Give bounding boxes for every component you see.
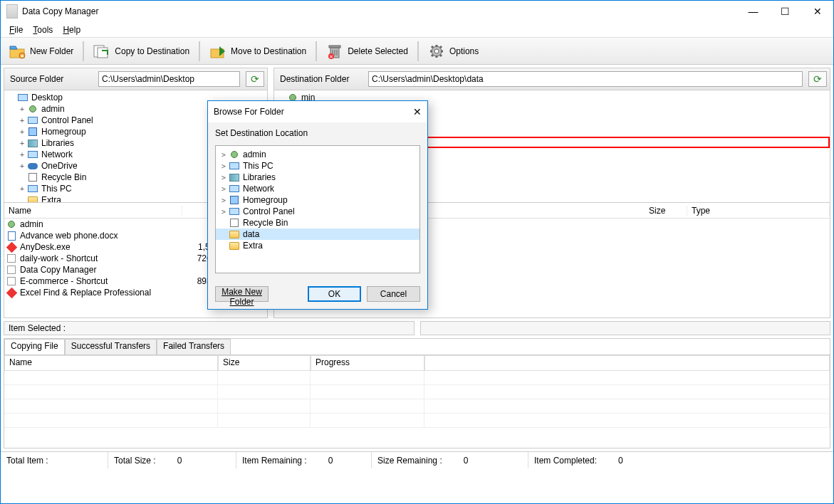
twisty-icon[interactable]: >: [219, 162, 229, 170]
menu-help[interactable]: Help: [63, 25, 80, 35]
new-folder-button[interactable]: ★ New Folder: [2, 40, 80, 63]
tree-item-label: data: [243, 229, 259, 239]
transfer-col-size[interactable]: Size: [218, 355, 311, 371]
dialog-tree[interactable]: >admin>This PC>Libraries>Network>Homegro…: [215, 145, 420, 273]
file-name: AnyDesk.exe: [20, 242, 184, 252]
twisty-icon[interactable]: +: [17, 117, 27, 125]
twisty-icon[interactable]: >: [219, 196, 229, 204]
make-new-folder-button[interactable]: Make New Folder: [215, 286, 269, 302]
tree-item-label: admin: [41, 104, 65, 114]
tree-item[interactable]: >Homegroup: [216, 194, 419, 206]
user-icon: [6, 219, 17, 229]
toolbar: ★ New Folder Copy to Destination Move to…: [1, 38, 833, 65]
footer-status: Total Item : Total Size :0 Item Remainin…: [1, 451, 833, 468]
delete-selected-button[interactable]: ✕ Delete Selected: [320, 40, 415, 63]
dialog-close-button[interactable]: ✕: [413, 106, 422, 117]
size-remaining-value: 0: [464, 456, 469, 466]
transfer-col-blank[interactable]: [424, 355, 830, 371]
twisty-icon[interactable]: +: [17, 151, 27, 159]
tree-item-label: Recycle Bin: [41, 172, 86, 182]
item-completed-label: Item Completed:: [534, 456, 597, 466]
folder-icon: [27, 195, 38, 203]
file-name: E-commerce - Shortcut: [20, 276, 184, 286]
folder-icon: [229, 229, 240, 239]
twisty-icon[interactable]: +: [17, 162, 27, 170]
twisty-icon[interactable]: >: [219, 208, 229, 216]
close-button[interactable]: ✕: [801, 1, 833, 22]
item-selected-status: Item Selected :: [4, 321, 415, 335]
twisty-icon[interactable]: +: [17, 105, 27, 113]
tree-item[interactable]: data: [216, 229, 419, 240]
tree-item-label: Libraries: [243, 172, 276, 182]
twisty-icon[interactable]: >: [219, 185, 229, 193]
twisty-icon[interactable]: >: [219, 174, 229, 182]
twisty-icon[interactable]: +: [17, 128, 27, 136]
file-name: Data Copy Manager: [20, 265, 184, 275]
monitor-icon: [229, 161, 240, 171]
home-icon: [27, 127, 38, 137]
ok-button[interactable]: OK: [308, 286, 361, 302]
maximize-button[interactable]: ☐: [769, 1, 801, 22]
svg-text:✕: ✕: [329, 54, 333, 59]
source-col-name[interactable]: Name: [4, 206, 182, 216]
tab-copying-file[interactable]: Copying File: [4, 339, 65, 355]
destination-col-size[interactable]: Size: [645, 206, 687, 216]
destination-folder-label: Destination Folder: [277, 74, 363, 84]
transfer-tabs-area: Copying File Successful Transfers Failed…: [4, 338, 830, 448]
total-size-value: 0: [177, 456, 182, 466]
transfer-table: Name Size Progress: [4, 355, 830, 448]
monitor-icon: [27, 115, 38, 125]
source-refresh-button[interactable]: ⟳: [246, 71, 264, 87]
monitor-icon: [27, 149, 38, 159]
monitor-icon: [17, 93, 28, 103]
tab-successful-transfers[interactable]: Successful Transfers: [65, 339, 157, 355]
tree-item[interactable]: >Libraries: [216, 172, 419, 183]
file-name: admin: [20, 219, 184, 229]
folder-new-icon: ★: [9, 43, 26, 60]
total-item-label: Total Item :: [6, 456, 48, 466]
tree-item[interactable]: >Network: [216, 183, 419, 194]
tree-item[interactable]: Recycle Bin: [216, 217, 419, 229]
tree-item[interactable]: >This PC: [216, 160, 419, 172]
lib-icon: [27, 138, 38, 148]
shortcut-icon: [6, 253, 17, 263]
folder-icon: [229, 241, 240, 251]
file-name: Excel Find & Replace Professional: [20, 288, 184, 298]
transfer-col-name[interactable]: Name: [4, 355, 218, 371]
cancel-button[interactable]: Cancel: [367, 286, 420, 302]
destination-refresh-button[interactable]: ⟳: [808, 71, 827, 87]
transfer-col-progress[interactable]: Progress: [311, 355, 424, 371]
destination-path-input[interactable]: [368, 71, 803, 87]
twisty-icon[interactable]: +: [17, 185, 27, 193]
tree-item[interactable]: >Control Panel: [216, 206, 419, 217]
tree-item-label: Control Panel: [243, 206, 295, 216]
menu-tools[interactable]: Tools: [33, 25, 53, 35]
gear-icon: [428, 43, 445, 60]
app-icon: [6, 4, 18, 19]
tree-item[interactable]: Extra: [216, 240, 419, 251]
lib-icon: [229, 172, 240, 182]
destination-col-type[interactable]: Type: [687, 206, 830, 216]
source-path-input[interactable]: [98, 71, 240, 87]
toolbar-separator: [417, 41, 419, 61]
twisty-icon[interactable]: +: [17, 140, 27, 147]
minimize-button[interactable]: —: [737, 1, 769, 22]
tab-failed-transfers[interactable]: Failed Transfers: [157, 339, 231, 355]
menu-file[interactable]: File: [9, 25, 23, 35]
toolbar-separator: [199, 41, 200, 61]
exe-icon: [6, 242, 17, 252]
browse-for-folder-dialog: Browse For Folder ✕ Set Destination Loca…: [207, 100, 428, 310]
tree-item-label: Control Panel: [41, 115, 93, 125]
titlebar: Data Copy Manager — ☐ ✕: [1, 1, 833, 22]
move-to-destination-button[interactable]: Move to Destination: [203, 40, 313, 63]
twisty-icon[interactable]: >: [219, 151, 229, 159]
dialog-title: Browse For Folder: [214, 107, 284, 117]
copy-to-destination-button[interactable]: Copy to Destination: [87, 40, 196, 63]
tree-item-label: Libraries: [41, 138, 74, 148]
monitor-icon: [229, 206, 240, 216]
toolbar-separator: [83, 41, 84, 61]
user-icon: [27, 104, 38, 114]
recycle-icon: [229, 218, 240, 228]
tree-item[interactable]: >admin: [216, 149, 419, 160]
options-button[interactable]: Options: [422, 40, 485, 63]
